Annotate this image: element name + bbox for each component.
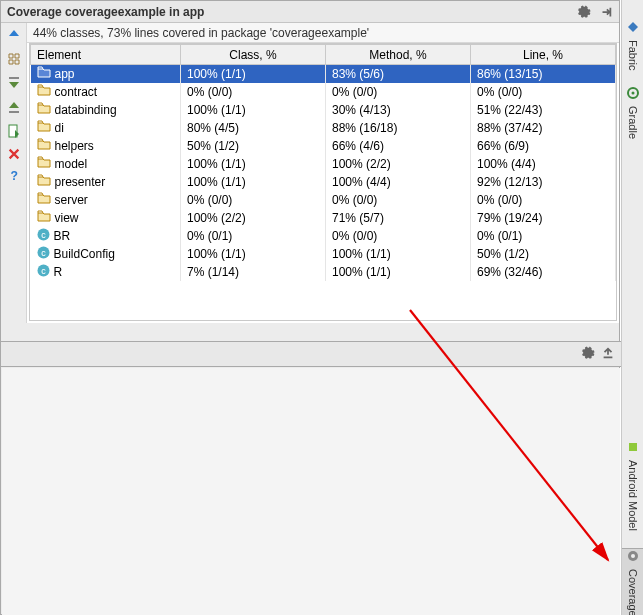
package-icon	[37, 192, 51, 207]
svg-rect-18	[629, 443, 637, 451]
autoscroll-to-source-icon[interactable]	[6, 75, 22, 91]
generate-report-icon[interactable]	[6, 123, 22, 139]
close-icon[interactable]	[7, 147, 21, 161]
lower-panel	[2, 368, 620, 615]
coverage-summary: 44% classes, 73% lines covered in packag…	[27, 23, 619, 43]
svg-text:c: c	[41, 266, 46, 276]
coverage-cell: 100% (4/4)	[326, 173, 471, 191]
coverage-cell: 92% (12/13)	[471, 173, 616, 191]
table-row[interactable]: cBR0% (0/1)0% (0/0)0% (0/1)	[31, 227, 616, 245]
class-icon: c	[37, 264, 50, 280]
element-name: contract	[55, 85, 98, 99]
svg-text:c: c	[41, 248, 46, 258]
side-tab-label: Android Model	[627, 456, 639, 535]
coverage-table-wrap: ElementClass, %Method, %Line, % app100% …	[29, 43, 617, 321]
side-tab-label: Fabric	[627, 36, 639, 75]
coverage-cell: 51% (22/43)	[471, 101, 616, 119]
package-icon	[37, 174, 51, 189]
coverage-cell: 100% (4/4)	[471, 155, 616, 173]
element-name: model	[55, 157, 88, 171]
table-row[interactable]: presenter100% (1/1)100% (4/4)92% (12/13)	[31, 173, 616, 191]
gear-icon[interactable]	[577, 5, 591, 19]
table-row[interactable]: view100% (2/2)71% (5/7)79% (19/24)	[31, 209, 616, 227]
class-icon: c	[37, 228, 50, 244]
side-tab-fabric[interactable]: Fabric	[622, 20, 643, 75]
table-row[interactable]: cBuildConfig100% (1/1)100% (1/1)50% (1/2…	[31, 245, 616, 263]
flatten-packages-icon[interactable]	[6, 51, 22, 67]
coverage-cell: 100% (1/1)	[181, 65, 326, 83]
autoscroll-from-source-icon[interactable]	[6, 99, 22, 115]
coverage-cell: 88% (37/42)	[471, 119, 616, 137]
coverage-cell: 50% (1/2)	[471, 245, 616, 263]
element-name: R	[54, 265, 63, 279]
element-name: BR	[54, 229, 71, 243]
package-icon	[37, 66, 51, 81]
coverage-cell: 0% (0/0)	[471, 83, 616, 101]
table-row[interactable]: cR7% (1/14)100% (1/1)69% (32/46)	[31, 263, 616, 281]
panel-title: Coverage coverageexample in app	[7, 5, 204, 19]
package-icon	[37, 138, 51, 153]
svg-text:c: c	[41, 230, 46, 240]
coverage-cell: 100% (1/1)	[326, 263, 471, 281]
coverage-cell: 100% (1/1)	[181, 245, 326, 263]
help-icon[interactable]: ?	[7, 169, 21, 183]
column-header[interactable]: Method, %	[326, 45, 471, 65]
coverage-cell: 0% (0/1)	[471, 227, 616, 245]
package-icon	[37, 120, 51, 135]
restore-layout-icon[interactable]	[601, 346, 615, 363]
coverage-cell: 0% (0/1)	[181, 227, 326, 245]
side-tab-label: Coverage	[627, 565, 639, 615]
coverage-cell: 0% (0/0)	[181, 191, 326, 209]
side-tab-gradle[interactable]: Gradle	[622, 86, 643, 143]
column-header[interactable]: Element	[31, 45, 181, 65]
coverage-cell: 100% (2/2)	[326, 155, 471, 173]
left-toolbar: ?	[1, 23, 27, 323]
column-header[interactable]: Line, %	[471, 45, 616, 65]
class-icon: c	[37, 246, 50, 262]
coverage-cell: 100% (1/1)	[326, 245, 471, 263]
navigate-up-icon[interactable]	[6, 27, 22, 43]
svg-point-17	[632, 92, 635, 95]
table-row[interactable]: app100% (1/1)83% (5/6)86% (13/15)	[31, 65, 616, 83]
coverage-cell: 86% (13/15)	[471, 65, 616, 83]
package-icon	[37, 84, 51, 99]
table-row[interactable]: contract0% (0/0)0% (0/0)0% (0/0)	[31, 83, 616, 101]
element-name: di	[55, 121, 64, 135]
right-side-tabs: FabricGradleAndroid ModelCoverage	[621, 0, 643, 615]
coverage-cell: 66% (6/9)	[471, 137, 616, 155]
element-name: helpers	[55, 139, 94, 153]
hide-icon[interactable]	[599, 5, 613, 19]
fabric-icon	[626, 20, 640, 36]
table-row[interactable]: helpers50% (1/2)66% (4/6)66% (6/9)	[31, 137, 616, 155]
coverage-cell: 0% (0/0)	[326, 191, 471, 209]
coverage-cell: 88% (16/18)	[326, 119, 471, 137]
table-row[interactable]: databinding100% (1/1)30% (4/13)51% (22/4…	[31, 101, 616, 119]
table-row[interactable]: model100% (1/1)100% (2/2)100% (4/4)	[31, 155, 616, 173]
side-tab-label: Gradle	[627, 102, 639, 143]
column-header[interactable]: Class, %	[181, 45, 326, 65]
gear-icon[interactable]	[581, 346, 595, 363]
coverage-cell: 0% (0/0)	[326, 83, 471, 101]
svg-point-20	[631, 554, 635, 558]
coverage-cell: 50% (1/2)	[181, 137, 326, 155]
svg-text:?: ?	[10, 169, 17, 183]
element-name: server	[55, 193, 88, 207]
side-tab-coverage[interactable]: Coverage	[622, 548, 643, 615]
coverage-cell: 71% (5/7)	[326, 209, 471, 227]
coverage-cell: 100% (1/1)	[181, 173, 326, 191]
coverage-cell: 66% (4/6)	[326, 137, 471, 155]
table-row[interactable]: di80% (4/5)88% (16/18)88% (37/42)	[31, 119, 616, 137]
coverage-cell: 80% (4/5)	[181, 119, 326, 137]
table-row[interactable]: server0% (0/0)0% (0/0)0% (0/0)	[31, 191, 616, 209]
element-name: app	[55, 67, 75, 81]
package-icon	[37, 102, 51, 117]
coverage-cell: 30% (4/13)	[326, 101, 471, 119]
coverage-cell: 7% (1/14)	[181, 263, 326, 281]
side-tab-android-model[interactable]: Android Model	[622, 440, 643, 535]
svg-rect-1	[9, 111, 19, 113]
element-name: BuildConfig	[54, 247, 115, 261]
package-icon	[37, 156, 51, 171]
coverage-cell: 0% (0/0)	[326, 227, 471, 245]
element-name: presenter	[55, 175, 106, 189]
coverage-icon	[626, 549, 640, 565]
